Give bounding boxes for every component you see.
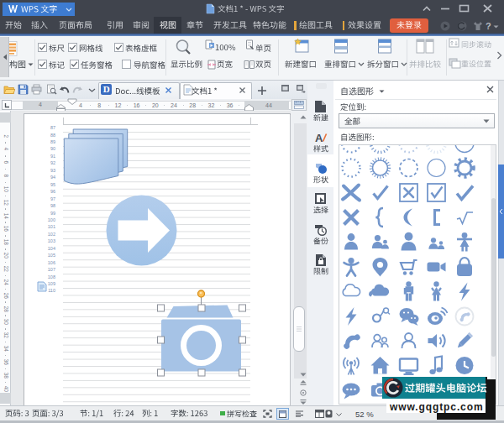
- svg-text:A: A: [315, 132, 323, 144]
